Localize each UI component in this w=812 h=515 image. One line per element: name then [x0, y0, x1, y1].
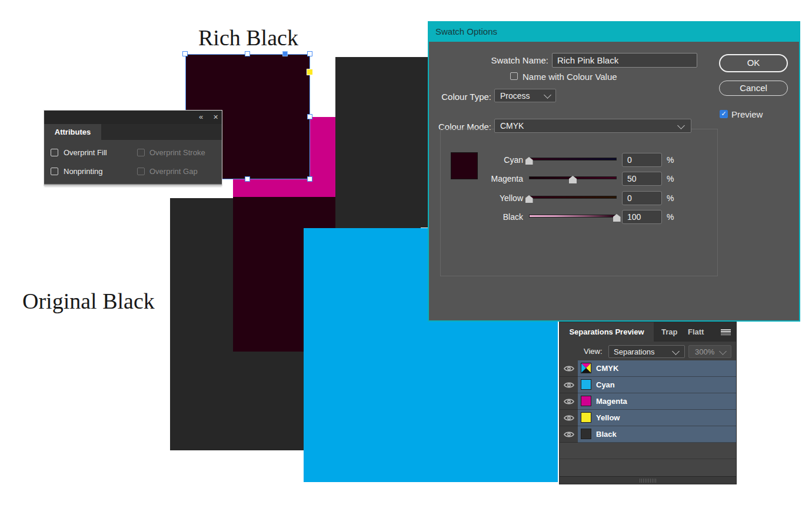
ok-button[interactable]: OK	[719, 54, 788, 72]
collapse-panel-icon[interactable]: «	[199, 112, 203, 122]
tab-attributes[interactable]: Attributes	[44, 124, 101, 140]
colour-type-value: Process	[500, 91, 530, 101]
nonprinting-label: Nonprinting	[64, 167, 103, 176]
dialog-titlebar[interactable]: Swatch Options	[429, 22, 799, 42]
preview-label: Preview	[731, 109, 763, 119]
visibility-toggle[interactable]	[560, 426, 578, 443]
selection-handle-top-right[interactable]	[307, 51, 312, 56]
chevron-down-icon	[672, 347, 680, 355]
plate-row-magenta[interactable]: Magenta	[560, 393, 736, 410]
black-value-input[interactable]	[622, 210, 662, 224]
selection-handle-top-left[interactable]	[182, 51, 188, 56]
black-slider-label: Black	[429, 212, 523, 222]
eye-icon	[564, 414, 574, 422]
plate-label: CMYK	[596, 364, 618, 373]
close-panel-icon[interactable]: ✕	[213, 112, 218, 122]
colour-type-dropdown[interactable]: Process	[494, 89, 556, 102]
colour-mode-dropdown[interactable]: CMYK	[494, 119, 691, 133]
black-slider-row: Black %	[429, 210, 688, 225]
cancel-button[interactable]: Cancel	[719, 81, 788, 96]
eye-icon	[564, 365, 574, 372]
panel-empty-area	[560, 443, 736, 476]
selection-handle-bottom-mid[interactable]	[245, 176, 250, 182]
cyan-slider-label: Cyan	[429, 155, 523, 165]
plate-label: Yellow	[596, 413, 620, 422]
cyan-unit-label: %	[667, 155, 674, 165]
cyan-slider-track[interactable]	[529, 158, 617, 160]
black-unit-label: %	[667, 212, 674, 222]
panel-divider	[560, 459, 736, 459]
attributes-panel-titlebar[interactable]: « ✕	[44, 111, 222, 124]
separations-tabbar: Separations Preview Trap Flatt	[560, 322, 736, 342]
separations-view-row: View: Separations 300%	[560, 342, 736, 360]
plate-row-cmyk[interactable]: CMYK	[560, 360, 736, 377]
dialog-title: Swatch Options	[435, 26, 497, 36]
rich-black-caption: Rich Black	[198, 25, 298, 51]
resize-grip[interactable]	[640, 479, 656, 483]
overprint-stroke-label: Overprint Stroke	[149, 148, 205, 157]
cmyk-plate-icon	[581, 363, 591, 373]
yellow-plate-swatch	[581, 412, 591, 423]
swatch-name-label: Swatch Name:	[429, 55, 548, 65]
magenta-slider-label: Magenta	[429, 174, 523, 183]
zoom-dropdown-value: 300%	[695, 347, 714, 356]
overprint-stroke-checkbox	[137, 149, 145, 156]
view-dropdown[interactable]: Separations	[608, 345, 685, 358]
zoom-dropdown: 300%	[688, 345, 731, 358]
black-plate-swatch	[581, 429, 591, 439]
selection-handle-anchor[interactable]	[282, 51, 288, 56]
cyan-plate-swatch	[581, 379, 591, 390]
swatch-name-input[interactable]	[552, 53, 697, 68]
visibility-toggle[interactable]	[560, 410, 578, 426]
overprint-gap-label: Overprint Gap	[149, 167, 198, 176]
cyan-slider-row: Cyan %	[429, 153, 688, 168]
original-black-caption: Original Black	[22, 288, 155, 314]
plate-row-black[interactable]: Black	[560, 426, 736, 443]
separations-preview-panel: Separations Preview Trap Flatt View: Sep…	[559, 322, 737, 484]
preview-checkbox[interactable]: ✓	[720, 110, 728, 118]
magenta-plate-swatch	[581, 396, 591, 406]
visibility-toggle[interactable]	[560, 393, 578, 410]
tab-flattener[interactable]: Flatt	[688, 322, 710, 342]
plate-label: Cyan	[596, 380, 615, 389]
yellow-slider-label: Yellow	[429, 193, 523, 203]
plate-label: Magenta	[596, 397, 627, 406]
nonprinting-checkbox[interactable]	[51, 168, 58, 175]
overprint-fill-checkbox[interactable]	[51, 149, 58, 156]
magenta-slider-row: Magenta %	[429, 172, 688, 187]
tab-trap[interactable]: Trap	[661, 322, 677, 342]
view-label: View:	[584, 347, 603, 356]
eye-icon	[564, 431, 574, 438]
application-canvas: Rich Black Original Black « ✕ Attributes…	[0, 0, 812, 515]
yellow-unit-label: %	[667, 193, 674, 203]
chevron-down-icon	[677, 122, 685, 129]
eye-icon	[564, 382, 574, 389]
magenta-value-input[interactable]	[622, 172, 662, 186]
swatch-options-dialog: Swatch Options Swatch Name: Name with Co…	[428, 21, 800, 322]
eye-icon	[564, 398, 574, 405]
visibility-toggle[interactable]	[560, 360, 578, 377]
attributes-tabstrip: Attributes	[44, 124, 222, 140]
selection-handle-bottom-right[interactable]	[307, 176, 312, 182]
selection-handle-right-mid[interactable]	[307, 114, 312, 119]
black-slider-track[interactable]	[529, 215, 617, 218]
view-dropdown-value: Separations	[614, 347, 654, 356]
name-with-colour-label: Name with Colour Value	[523, 72, 617, 82]
overprint-fill-label: Overprint Fill	[64, 148, 107, 157]
panel-bottom-bar	[560, 476, 736, 484]
tab-separations-preview[interactable]: Separations Preview	[560, 322, 654, 342]
attributes-panel: « ✕ Attributes Overprint Fill Overprint …	[44, 111, 222, 185]
cyan-value-input[interactable]	[622, 153, 662, 167]
selection-handle-top-mid[interactable]	[245, 51, 250, 56]
plate-row-yellow[interactable]: Yellow	[560, 410, 736, 426]
yellow-slider-track[interactable]	[529, 196, 617, 199]
chevron-down-icon	[719, 347, 727, 355]
yellow-value-input[interactable]	[622, 191, 662, 205]
name-with-colour-checkbox[interactable]	[510, 72, 518, 80]
visibility-toggle[interactable]	[560, 377, 578, 393]
selection-handle-yellow[interactable]	[307, 69, 313, 75]
panel-menu-icon[interactable]	[721, 329, 731, 335]
chevron-down-icon	[544, 91, 551, 99]
colour-mode-value: CMYK	[500, 121, 524, 131]
plate-row-cyan[interactable]: Cyan	[560, 377, 736, 393]
